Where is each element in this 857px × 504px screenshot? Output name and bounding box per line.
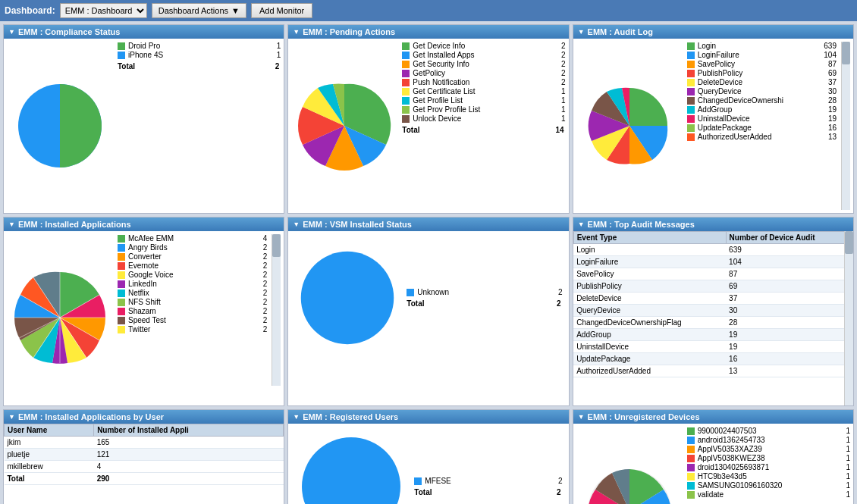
dashboard-grid: ▼ EMM : Compliance Status Droid Pro 1 bbox=[0, 21, 857, 504]
scrollbar[interactable] bbox=[272, 234, 281, 386]
apps-by-user-header: ▼ EMM : Installed Applications by User bbox=[4, 410, 284, 424]
installed-apps-panel: ▼ EMM : Installed Applications bbox=[3, 217, 284, 406]
apps-by-user-table: User Name Number of Installed Appli jkim… bbox=[4, 424, 284, 485]
dashboard-select[interactable]: EMM : Dashboard bbox=[60, 3, 147, 18]
audit-count-col: Number of Device Audit bbox=[726, 232, 852, 244]
top-bar: Dashboard: EMM : Dashboard Dashboard Act… bbox=[0, 0, 857, 21]
table-row: UpdatePackage16 bbox=[573, 353, 852, 365]
chevron-down-icon: ▼ bbox=[231, 6, 240, 15]
dashboard-label: Dashboard: bbox=[5, 5, 55, 16]
apps-by-user-panel: ▼ EMM : Installed Applications by User U… bbox=[3, 409, 284, 504]
add-monitor-button[interactable]: Add Monitor bbox=[251, 3, 312, 18]
table-row: QueryDevice30 bbox=[573, 305, 852, 317]
table-row: mkillebrew4 bbox=[5, 461, 284, 473]
unregistered-devices-legend: 990000244075031 android13624547331 ApplV… bbox=[687, 427, 850, 504]
installed-apps-chart bbox=[7, 234, 113, 386]
registered-users-header: ▼ EMM : Registered Users bbox=[288, 410, 568, 424]
table-row: pluetje121 bbox=[5, 449, 284, 461]
registered-users-chart bbox=[294, 430, 408, 504]
unregistered-devices-title: EMM : Unregistered Devices bbox=[588, 412, 700, 421]
vsm-panel: ▼ EMM : VSM Installed Status Unknown2 To… bbox=[287, 217, 569, 406]
svg-point-16 bbox=[302, 437, 400, 504]
vsm-legend: Unknown2 Total2 bbox=[407, 288, 562, 308]
table-row: DeleteDevice37 bbox=[573, 293, 852, 305]
pending-header: ▼ EMM : Pending Actions bbox=[288, 25, 568, 39]
top-audit-title: EMM : Top Audit Messages bbox=[588, 220, 695, 229]
installed-apps-title: EMM : Installed Applications bbox=[18, 220, 131, 229]
pending-panel: ▼ EMM : Pending Actions Get bbox=[287, 24, 569, 214]
collapse-icon[interactable]: ▼ bbox=[578, 413, 585, 421]
collapse-icon[interactable]: ▼ bbox=[293, 413, 300, 421]
audit-log-header: ▼ EMM : Audit Log bbox=[573, 25, 853, 39]
compliance-legend: Droid Pro 1 iPhone 4S 1 Total 2 bbox=[118, 42, 281, 210]
audit-log-chart bbox=[576, 42, 683, 210]
vsm-title: EMM : VSM Installed Status bbox=[303, 220, 412, 229]
table-row: LoginFailure104 bbox=[573, 256, 852, 268]
top-audit-panel: ▼ EMM : Top Audit Messages Event Type Nu… bbox=[573, 217, 854, 406]
dashboard-actions-button[interactable]: Dashboard Actions ▼ bbox=[152, 3, 246, 18]
audit-log-legend: Login639 LoginFailure104 SavePolicy87 Pu… bbox=[687, 42, 837, 208]
table-row: UninstallDevice19 bbox=[573, 341, 852, 353]
audit-log-title: EMM : Audit Log bbox=[588, 27, 653, 36]
collapse-icon[interactable]: ▼ bbox=[8, 221, 15, 228]
top-audit-table: Event Type Number of Device Audit Login6… bbox=[573, 231, 853, 377]
username-col: User Name bbox=[5, 424, 94, 437]
registered-users-panel: ▼ EMM : Registered Users MFESE2 Total2 bbox=[287, 409, 569, 504]
compliance-panel: ▼ EMM : Compliance Status Droid Pro 1 bbox=[3, 24, 284, 214]
unregistered-devices-header: ▼ EMM : Unregistered Devices bbox=[573, 410, 853, 424]
top-audit-header: ▼ EMM : Top Audit Messages bbox=[573, 218, 853, 231]
compliance-title: EMM : Compliance Status bbox=[18, 27, 120, 36]
table-row: Login639 bbox=[573, 244, 852, 256]
unregistered-devices-panel: ▼ EMM : Unregistered Devices bbox=[573, 409, 854, 504]
registered-users-title: EMM : Registered Users bbox=[303, 412, 398, 421]
app-count-col: Number of Installed Appli bbox=[94, 424, 284, 437]
collapse-icon[interactable]: ▼ bbox=[293, 221, 300, 228]
installed-apps-legend: McAfee EMM4 Angry Birds2 Converter2 Ever… bbox=[118, 234, 267, 386]
svg-point-15 bbox=[301, 252, 394, 345]
table-row: ChangedDeviceOwnershipFlag28 bbox=[573, 317, 852, 329]
apps-by-user-title: EMM : Installed Applications by User bbox=[18, 412, 164, 421]
registered-users-legend: MFESE2 Total2 bbox=[414, 477, 562, 496]
collapse-icon[interactable]: ▼ bbox=[578, 221, 585, 228]
audit-log-panel: ▼ EMM : Audit Log Login639 bbox=[573, 24, 854, 214]
vsm-chart bbox=[294, 237, 400, 358]
installed-apps-header: ▼ EMM : Installed Applications bbox=[4, 218, 284, 231]
table-row: AddGroup19 bbox=[573, 329, 852, 341]
table-row: AuthorizedUserAdded13 bbox=[573, 365, 852, 377]
unregistered-devices-chart bbox=[576, 427, 683, 504]
pending-chart bbox=[291, 42, 397, 210]
table-row: PublishPolicy69 bbox=[573, 280, 852, 293]
scrollbar[interactable] bbox=[844, 231, 853, 405]
collapse-icon[interactable]: ▼ bbox=[578, 28, 585, 36]
compliance-chart bbox=[7, 42, 113, 210]
collapse-icon[interactable]: ▼ bbox=[8, 413, 15, 421]
vsm-header: ▼ EMM : VSM Installed Status bbox=[288, 218, 568, 231]
collapse-icon[interactable]: ▼ bbox=[293, 28, 300, 36]
table-row: jkim165 bbox=[5, 437, 284, 449]
scrollbar[interactable] bbox=[841, 42, 850, 210]
pending-title: EMM : Pending Actions bbox=[303, 27, 395, 36]
compliance-header: ▼ EMM : Compliance Status bbox=[4, 25, 284, 39]
pending-legend: Get Device Info2 Get Installed Apps2 Get… bbox=[402, 42, 565, 210]
table-row: SavePolicy87 bbox=[573, 268, 852, 280]
event-type-col: Event Type bbox=[573, 232, 726, 244]
collapse-icon[interactable]: ▼ bbox=[8, 28, 15, 36]
